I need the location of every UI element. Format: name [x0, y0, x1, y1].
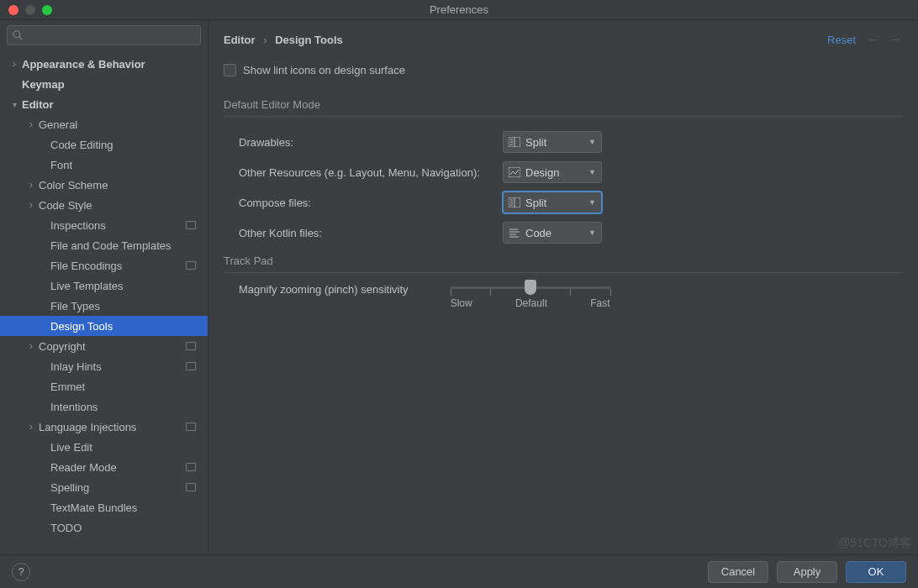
sidebar: Appearance & BehaviorKeymapEditorGeneral…: [0, 20, 208, 554]
breadcrumb: Editor › Design Tools: [224, 34, 343, 46]
code-mode-icon: [509, 228, 520, 238]
slider-mark-mid: Default: [515, 297, 547, 309]
tree-item-label: Spelling: [50, 481, 89, 494]
ok-button[interactable]: OK: [846, 561, 906, 583]
search-icon: [12, 29, 24, 41]
magnify-sensitivity-slider[interactable]: Slow Default Fast: [451, 280, 610, 309]
section-default-editor-mode: Default Editor Mode: [224, 98, 903, 111]
tree-item[interactable]: General: [0, 114, 208, 134]
tree-item-label: Color Scheme: [39, 179, 108, 192]
tree-item[interactable]: Copyright: [0, 336, 208, 356]
help-button[interactable]: ?: [12, 563, 30, 581]
tree-item-label: Inlay Hints: [50, 360, 102, 373]
breadcrumb-root[interactable]: Editor: [224, 34, 256, 46]
nav-forward-icon[interactable]: →: [889, 32, 903, 47]
dropdown-value: Design: [525, 166, 596, 179]
cancel-button[interactable]: Cancel: [708, 561, 768, 583]
dropdown-value: Split: [525, 136, 596, 149]
window-title: Preferences: [430, 3, 488, 16]
tree-item[interactable]: Intentions: [0, 396, 208, 417]
editor-mode-row: Compose files:Split▼: [224, 187, 903, 218]
tree-item[interactable]: Spelling: [0, 477, 208, 497]
tree-item-label: Font: [50, 159, 72, 171]
scope-badge-icon: [186, 463, 196, 471]
tree-item-label: Editor: [22, 98, 54, 111]
section-trackpad: Track Pad: [224, 255, 903, 267]
editor-mode-dropdown[interactable]: Split▼: [503, 192, 602, 213]
dialog-footer: ? Cancel Apply OK: [0, 554, 918, 588]
editor-mode-label: Compose files:: [239, 197, 503, 209]
tree-item[interactable]: Font: [0, 155, 208, 175]
tree-item[interactable]: Reader Mode: [0, 457, 208, 477]
chevron-right-icon[interactable]: [27, 118, 35, 130]
tree-item[interactable]: TextMate Bundles: [0, 497, 208, 517]
tree-item[interactable]: File Encodings: [0, 255, 208, 276]
scope-badge-icon: [186, 483, 196, 491]
close-window-icon[interactable]: [8, 5, 18, 15]
design-mode-icon: [509, 167, 520, 177]
chevron-down-icon: ▼: [588, 138, 596, 146]
editor-mode-dropdown[interactable]: Design▼: [503, 161, 602, 183]
editor-mode-row: Other Kotlin files:Code▼: [224, 218, 903, 248]
split-mode-icon: [509, 137, 520, 147]
show-lint-label: Show lint icons on design surface: [243, 64, 405, 76]
watermark: @51CTO博客: [838, 536, 911, 551]
scope-badge-icon: [186, 261, 196, 270]
show-lint-checkbox[interactable]: [224, 64, 236, 76]
tree-item-label: Appearance & Behavior: [22, 58, 145, 71]
tree-item-label: Design Tools: [50, 320, 113, 333]
editor-mode-dropdown[interactable]: Split▼: [503, 131, 602, 153]
tree-item-label: File Types: [50, 300, 100, 312]
tree-item[interactable]: Design Tools: [0, 316, 208, 336]
tree-item[interactable]: Inlay Hints: [0, 356, 208, 376]
search-input[interactable]: [7, 25, 201, 45]
editor-mode-label: Other Kotlin files:: [239, 227, 503, 239]
tree-item[interactable]: Emmet: [0, 376, 208, 396]
chevron-right-icon[interactable]: [27, 199, 35, 211]
chevron-down-icon[interactable]: [10, 100, 18, 109]
tree-item[interactable]: Inspections: [0, 215, 208, 235]
scope-badge-icon: [186, 423, 196, 431]
tree-item[interactable]: Editor: [0, 94, 208, 114]
tree-item-label: General: [39, 118, 77, 131]
tree-item[interactable]: Color Scheme: [0, 175, 208, 195]
tree-item[interactable]: Live Edit: [0, 437, 208, 457]
tree-item-label: File and Code Templates: [50, 239, 171, 252]
tree-item-label: Inspections: [50, 219, 106, 232]
tree-item[interactable]: Code Editing: [0, 134, 208, 155]
tree-item-label: Code Style: [39, 199, 92, 212]
editor-mode-label: Other Resources (e.g. Layout, Menu, Navi…: [239, 166, 503, 179]
tree-item[interactable]: Language Injections: [0, 417, 208, 437]
tree-item[interactable]: File Types: [0, 296, 208, 316]
chevron-right-icon[interactable]: [27, 421, 35, 433]
apply-button[interactable]: Apply: [777, 561, 837, 583]
dropdown-value: Split: [525, 197, 596, 209]
nav-back-icon[interactable]: ←: [866, 32, 879, 47]
tree-item[interactable]: Code Style: [0, 195, 208, 215]
tree-item[interactable]: Live Templates: [0, 276, 208, 296]
titlebar: Preferences: [0, 0, 918, 20]
chevron-down-icon: ▼: [588, 198, 596, 207]
slider-thumb[interactable]: [525, 280, 536, 295]
zoom-window-icon[interactable]: [42, 5, 52, 15]
scope-badge-icon: [186, 362, 196, 370]
tree-item-label: Reader Mode: [50, 461, 117, 474]
scope-badge-icon: [186, 342, 196, 350]
tree-item-label: TODO: [50, 522, 82, 534]
chevron-right-icon[interactable]: [27, 179, 35, 191]
svg-line-1: [19, 37, 23, 40]
reset-link[interactable]: Reset: [827, 34, 856, 46]
tree-item[interactable]: TODO: [0, 517, 208, 538]
tree-item[interactable]: Appearance & Behavior: [0, 54, 208, 74]
tree-item-label: Live Templates: [50, 280, 123, 292]
editor-mode-dropdown[interactable]: Code▼: [503, 222, 602, 244]
chevron-right-icon[interactable]: [27, 340, 35, 352]
tree-item-label: File Encodings: [50, 260, 122, 272]
chevron-right-icon[interactable]: [10, 58, 18, 70]
split-mode-icon: [509, 197, 520, 207]
tree-item[interactable]: File and Code Templates: [0, 235, 208, 255]
tree-item-label: Intentions: [50, 401, 98, 413]
tree-item[interactable]: Keymap: [0, 74, 208, 94]
breadcrumb-leaf: Design Tools: [275, 34, 343, 46]
minimize-window-icon[interactable]: [25, 5, 35, 15]
